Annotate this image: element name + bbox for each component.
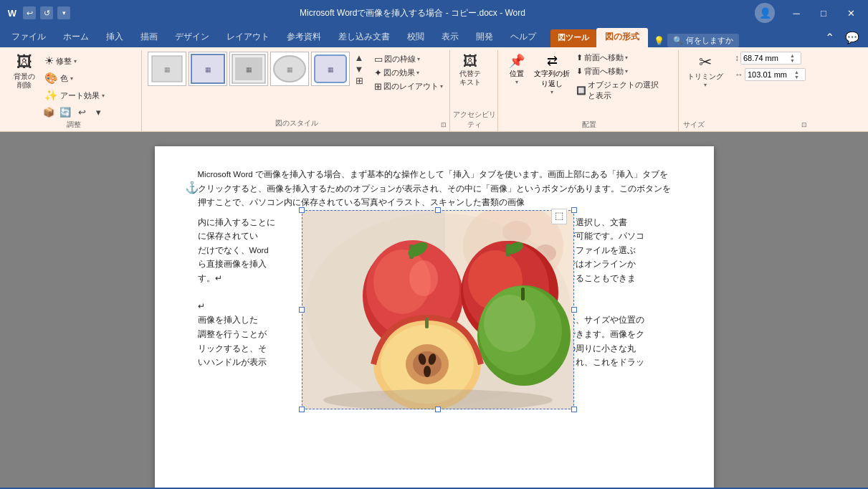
- btn-remove-background[interactable]: 🖼 背景の削除: [10, 52, 39, 91]
- height-down[interactable]: ▼: [790, 58, 795, 63]
- layout-chevron: ▾: [440, 83, 443, 90]
- handle-tr[interactable]: [571, 207, 577, 213]
- handle-bl[interactable]: [299, 407, 305, 412]
- height-up[interactable]: ▲: [790, 53, 795, 58]
- tab-dev[interactable]: 開発: [467, 28, 502, 47]
- corrections-chevron: ▾: [74, 58, 77, 65]
- btn-alt-text[interactable]: 🖼 代替テキスト: [456, 52, 485, 88]
- style-thumb-3[interactable]: ▦: [229, 52, 268, 86]
- gallery-down[interactable]: ▼: [352, 63, 366, 75]
- svg-text:▦: ▦: [287, 66, 293, 73]
- group-size: ✂ トリミング ▾ ↕ ▲ ▼ ↔: [680, 50, 810, 131]
- redo-btn[interactable]: ↺: [40, 6, 53, 19]
- tab-review[interactable]: 校閲: [399, 28, 433, 47]
- group-arrange-content: 📌 位置 ▾ ⇄ 文字列の折り返し ▾ ⬆ 前面へ移動 ▾ ⬇ 背面へ移動 ▾: [504, 52, 674, 118]
- size-inputs: ↕ ▲ ▼ ↔ ▲ ▼: [735, 52, 806, 81]
- btn-alt-text-label: 代替テキスト: [459, 70, 481, 87]
- width-input[interactable]: [748, 70, 794, 79]
- width-spinner[interactable]: ▲ ▼: [794, 70, 799, 80]
- btn-position-label: 位置: [510, 69, 524, 79]
- art-effects-chevron: ▾: [102, 92, 105, 99]
- svg-text:▦: ▦: [164, 66, 171, 73]
- dropdown-selection-pane-label: オブジェクトの選択と表示: [588, 80, 665, 101]
- word-icon: W: [6, 6, 19, 19]
- handle-tc[interactable]: [435, 207, 441, 213]
- gallery-expand[interactable]: ⊞: [352, 75, 366, 86]
- group-picture-styles-label: 図のスタイル: [143, 118, 449, 128]
- profile-icon[interactable]: 👤: [755, 3, 775, 23]
- btn-art-effects[interactable]: ✨ アート効果 ▾: [42, 87, 108, 103]
- width-up[interactable]: ▲: [794, 70, 799, 75]
- svg-text:▦: ▦: [328, 66, 334, 73]
- effects-chevron: ▾: [416, 70, 419, 76]
- width-down[interactable]: ▼: [794, 75, 799, 80]
- handle-ml[interactable]: [299, 307, 305, 313]
- tab-file[interactable]: ファイル: [3, 28, 54, 47]
- btn-reset-image[interactable]: ↩: [75, 105, 89, 118]
- tab-insert[interactable]: 挿入: [97, 28, 132, 47]
- comments-btn[interactable]: 💬: [841, 27, 864, 47]
- tab-ref[interactable]: 参考資料: [278, 28, 330, 47]
- dropdown-selection-pane[interactable]: 🔲 オブジェクトの選択と表示: [574, 79, 667, 102]
- tab-design[interactable]: デザイン: [166, 28, 218, 47]
- ribbon-content: 🖼 背景の削除 ☀ 修整 ▾ 🎨 色 ▾ ✨ アート効果 ▾: [0, 47, 868, 132]
- handle-br[interactable]: [571, 407, 577, 412]
- dropdown-border[interactable]: ▭ 図の枠線 ▾: [372, 53, 445, 65]
- style-thumb-4[interactable]: ▦: [270, 52, 309, 86]
- remove-bg-icon: 🖼: [16, 53, 32, 72]
- page: ⚓ Microsoft Word で画像を挿入する場合、まず基本的な操作として「…: [155, 146, 714, 488]
- btn-compress[interactable]: 📦: [42, 105, 56, 118]
- dropdown-layout[interactable]: ⊞ 図のレイアウト ▾: [372, 80, 445, 92]
- size-dialog-launcher[interactable]: ⊡: [801, 121, 807, 128]
- minimize-btn[interactable]: ─: [785, 3, 808, 23]
- layout-icon: ⊞: [374, 81, 382, 92]
- btn-position[interactable]: 📌 位置 ▾: [504, 52, 530, 87]
- crop-chevron: ▾: [704, 82, 707, 88]
- dropdown-send-backward-label: 背面へ移動: [584, 66, 624, 77]
- group-size-content: ✂ トリミング ▾ ↕ ▲ ▼ ↔: [685, 52, 806, 118]
- crop-icon: ✂: [699, 53, 712, 72]
- dropdown-send-backward[interactable]: ⬇ 背面へ移動 ▾: [574, 65, 667, 77]
- tab-view[interactable]: 表示: [433, 28, 467, 47]
- style-thumb-2[interactable]: ▦: [189, 52, 227, 86]
- dropdown-bring-forward[interactable]: ⬆ 前面へ移動 ▾: [574, 52, 667, 64]
- restore-btn[interactable]: □: [812, 3, 835, 23]
- btn-color[interactable]: 🎨 色 ▾: [42, 70, 108, 86]
- height-input[interactable]: [743, 54, 790, 62]
- effects-icon: ✦: [374, 67, 382, 78]
- image-wrapper[interactable]: ⬚: [302, 210, 574, 409]
- layout-options-btn[interactable]: ⬚: [551, 209, 567, 224]
- gallery-up[interactable]: ▲: [352, 52, 366, 63]
- tab-picture-format[interactable]: 図の形式: [596, 28, 648, 47]
- tab-home[interactable]: ホーム: [54, 28, 97, 47]
- svg-point-21: [409, 260, 438, 296]
- svg-rect-40: [425, 318, 429, 328]
- svg-point-39: [424, 366, 431, 377]
- undo-btn[interactable]: ↩: [23, 6, 36, 19]
- btn-wrap-text[interactable]: ⇄ 文字列の折り返し ▾: [533, 52, 571, 97]
- ribbon-collapse-btn[interactable]: ⌃: [818, 27, 841, 47]
- search-label: 何をしますか: [686, 35, 733, 46]
- handle-mr[interactable]: [571, 307, 577, 313]
- dropdown-effects[interactable]: ✦ 図の効果 ▾: [372, 67, 445, 79]
- tab-layout[interactable]: レイアウト: [218, 28, 278, 47]
- style-thumb-5[interactable]: ▦: [311, 52, 350, 86]
- btn-corrections-label: 修整: [56, 56, 72, 67]
- text-image-area: 内に挿入することにに保存されていだけでなく、Wordら直接画像を挿入す。↵↵ 画…: [198, 216, 671, 431]
- style-thumb-1[interactable]: ▦: [148, 52, 186, 86]
- tab-help[interactable]: ヘルプ: [502, 28, 545, 47]
- tab-mailings[interactable]: 差し込み文書: [330, 28, 399, 47]
- btn-reset-dropdown[interactable]: ▾: [91, 105, 105, 118]
- handle-tl[interactable]: [299, 207, 305, 213]
- handle-bc[interactable]: [435, 407, 441, 412]
- height-spinner[interactable]: ▲ ▼: [790, 53, 795, 63]
- dialog-launcher-icon[interactable]: ⊡: [441, 121, 447, 128]
- btn-change-image[interactable]: 🔄: [58, 105, 72, 118]
- btn-crop[interactable]: ✂ トリミング ▾: [685, 52, 726, 90]
- search-box[interactable]: 🔍 何をしますか: [667, 34, 739, 47]
- btn-corrections[interactable]: ☀ 修整 ▾: [42, 53, 108, 69]
- close-btn[interactable]: ✕: [839, 3, 862, 23]
- customize-btn[interactable]: ▾: [57, 6, 70, 19]
- border-chevron: ▾: [417, 56, 420, 62]
- tab-draw[interactable]: 描画: [132, 28, 166, 47]
